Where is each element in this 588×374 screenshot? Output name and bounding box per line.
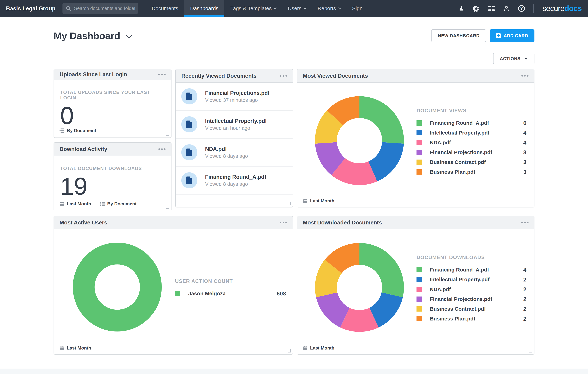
card-title: Download Activity <box>60 146 107 152</box>
footer-last-month: Last Month <box>310 345 335 351</box>
account-name: Basis Legal Group <box>0 0 63 17</box>
support-phone: Call (866) 700-7975 <box>541 373 582 374</box>
header-divider <box>53 49 535 49</box>
contact-us-link[interactable]: CONTACT US <box>219 373 248 374</box>
card-title: Most Active Users <box>60 219 107 226</box>
user-icon[interactable] <box>503 5 510 12</box>
card-menu-icon[interactable] <box>521 220 528 225</box>
legend-swatch <box>417 150 422 155</box>
resize-handle[interactable] <box>288 349 291 353</box>
nav-item-dashboards[interactable]: Dashboards <box>184 0 224 17</box>
list-item[interactable]: Intellectual Property.pdfViewed an hour … <box>176 111 293 139</box>
user-action-count-donut-chart <box>73 243 162 332</box>
card-recently-viewed-documents: Recently Viewed Documents Financial Proj… <box>175 69 293 208</box>
card-menu-icon[interactable] <box>158 147 166 151</box>
navbar-utilities: securedocs <box>458 0 588 17</box>
legend-swatch <box>417 140 422 145</box>
support-text: Need to talk with Sales or Support? Call… <box>469 373 582 374</box>
search-box[interactable] <box>63 3 138 14</box>
cards-grid: Uploads Since Last Login TOTAL UPLOADS S… <box>53 69 535 354</box>
list-item[interactable]: Financial Projections.pdfViewed 37 minut… <box>176 83 293 111</box>
card-title: Most Viewed Documents <box>303 73 368 79</box>
footer-last-month: Last Month <box>310 198 335 204</box>
card-download-activity: Download Activity TOTAL DOCUMENT DOWNLOA… <box>53 142 171 211</box>
search-icon <box>66 6 71 11</box>
list-icon <box>100 201 105 207</box>
legend-swatch <box>417 316 422 321</box>
chart-legend: DOCUMENT VIEWS Financing Round_A.pdf6 In… <box>417 108 526 177</box>
copyright-text: ©2020 SECUREDOCS, INC. ALL RIGHTS RESERV… <box>6 373 119 374</box>
apps-grid-icon[interactable] <box>488 5 495 12</box>
document-downloads-donut-chart <box>315 243 404 332</box>
card-menu-icon[interactable] <box>521 74 528 78</box>
legend-swatch <box>417 169 422 175</box>
calendar-icon <box>303 198 308 203</box>
add-card-button[interactable]: ADD CARD <box>490 29 535 42</box>
calendar-icon <box>60 201 64 207</box>
legend-swatch <box>417 306 422 312</box>
card-menu-icon[interactable] <box>280 74 287 78</box>
card-uploads-since-last-login: Uploads Since Last Login TOTAL UPLOADS S… <box>53 69 171 138</box>
document-icon <box>181 116 197 132</box>
resize-handle[interactable] <box>166 206 169 209</box>
resize-handle[interactable] <box>166 133 169 136</box>
nav-item-tags-templates[interactable]: Tags & Templates <box>224 0 282 17</box>
legend-swatch <box>417 160 422 165</box>
page-title: My Dashboard <box>53 30 120 42</box>
search-input[interactable] <box>74 6 135 11</box>
plus-square-icon <box>496 33 501 38</box>
nav-item-documents[interactable]: Documents <box>146 0 184 17</box>
legend-swatch <box>417 287 422 292</box>
legend-swatch <box>175 291 180 296</box>
nav-item-reports[interactable]: Reports <box>312 0 346 17</box>
legend-swatch <box>417 120 422 125</box>
legend-swatch <box>417 267 422 272</box>
dashboard-main: My Dashboard NEW DASHBOARD ADD CARD ACTI… <box>53 17 535 354</box>
card-menu-icon[interactable] <box>280 220 287 225</box>
document-icon <box>181 144 197 160</box>
footer-by-document: By Document <box>67 128 96 133</box>
chevron-down-icon <box>338 7 341 10</box>
top-navbar: Basis Legal Group Documents Dashboards T… <box>0 0 588 17</box>
chart-legend: DOCUMENT DOWNLOADS Financing Round_A.pdf… <box>417 255 526 324</box>
metric-label: TOTAL DOCUMENT DOWNLOADS <box>60 166 165 171</box>
list-icon <box>60 128 64 133</box>
resize-handle[interactable] <box>529 202 532 205</box>
metric-label: TOTAL UPLOADS SINCE YOUR LAST LOGIN <box>60 90 165 101</box>
privacy-policy-link[interactable]: PRIVACY POLICY <box>175 373 213 374</box>
footer-by-document: By Document <box>107 201 137 207</box>
legend-swatch <box>417 297 422 302</box>
gear-icon[interactable] <box>473 5 480 12</box>
list-item[interactable]: NDA.pdfViewed 8 days ago <box>176 139 293 166</box>
document-icon <box>181 172 197 188</box>
help-icon[interactable] <box>518 5 525 12</box>
card-menu-icon[interactable] <box>158 72 166 77</box>
chart-legend: USER ACTION COUNT Jason Melgoza608 <box>175 278 286 298</box>
resize-handle[interactable] <box>529 349 532 353</box>
chevron-down-icon <box>274 7 277 10</box>
card-title: Recently Viewed Documents <box>181 73 257 79</box>
dashboard-switcher-chevron-icon[interactable] <box>126 35 132 39</box>
list-item[interactable]: Financing Round_A.pdfViewed 8 days ago <box>176 166 293 195</box>
card-title: Most Downloaded Documents <box>303 219 382 226</box>
metric-value: 19 <box>60 174 165 198</box>
document-icon <box>181 88 197 104</box>
card-most-active-users: Most Active Users USER ACTION COUNT Jaso… <box>53 216 293 354</box>
securedocs-logo: securedocs <box>542 4 582 13</box>
navbar-divider <box>533 4 534 13</box>
resize-handle[interactable] <box>288 202 291 205</box>
footer-last-month: Last Month <box>67 345 91 351</box>
calendar-icon <box>303 346 308 351</box>
new-dashboard-button[interactable]: NEW DASHBOARD <box>431 29 486 42</box>
nav-item-sign[interactable]: Sign <box>346 0 368 17</box>
primary-nav: Documents Dashboards Tags & Templates Us… <box>146 0 368 17</box>
card-most-downloaded-documents: Most Downloaded Documents DOCUMENT DOWNL… <box>297 216 535 354</box>
legend-swatch <box>417 277 422 282</box>
terms-of-service-link[interactable]: TERMS OF SERVICE <box>124 373 169 374</box>
flask-icon[interactable] <box>458 5 465 12</box>
actions-button[interactable]: ACTIONS <box>493 53 535 64</box>
nav-item-users[interactable]: Users <box>282 0 312 17</box>
footer-last-month: Last Month <box>67 201 91 207</box>
metric-value: 0 <box>60 103 165 128</box>
document-views-donut-chart <box>315 96 404 185</box>
